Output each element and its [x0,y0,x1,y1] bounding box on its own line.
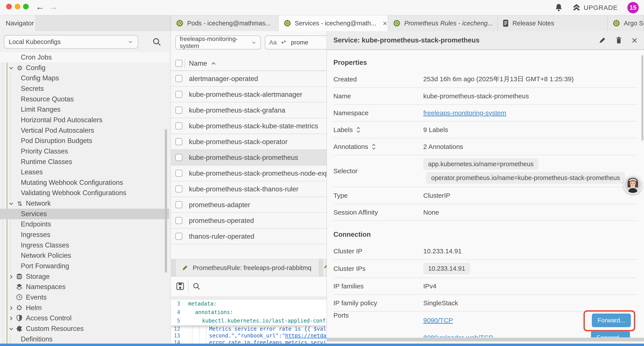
detail-scrollbar-track[interactable] [327,338,644,342]
tab-argo-se[interactable]: Argo Se [608,15,644,31]
row-checkbox[interactable] [175,185,182,193]
row-checkbox[interactable] [175,107,182,114]
sidebar-item-services[interactable]: Services [0,209,169,219]
tab-release-notes[interactable]: Release Notes [498,15,608,31]
sidebar-item-custom-resources[interactable]: Custom Resources [0,324,169,334]
sidebar-item-network-policies[interactable]: Network Policies [0,250,169,261]
sidebar-item-events[interactable]: Events [0,292,169,303]
save-icon[interactable] [176,282,184,291]
tab-prometheus-rules-icecheng[interactable]: Prometheus Rules - icecheng... [388,15,498,31]
sidebar-item-namespaces[interactable]: Namespaces [0,282,169,292]
row-checkbox[interactable] [175,217,182,224]
sidebar-item-access-control[interactable]: Access Control [0,313,169,324]
expand-collapse-icon[interactable] [356,126,360,134]
table-row[interactable]: kube-prometheus-stack-operator [171,134,326,150]
sidebar-item-validating-webhook-configurations[interactable]: Validating Webhook Configurations [0,188,169,198]
sidebar-item-priority-classes[interactable]: Priority Classes [0,146,169,157]
row-checkbox[interactable] [175,233,182,240]
upgrade-button[interactable]: UPGRADE [572,4,618,11]
resource-search-input[interactable]: Aa ▪* prome [265,35,326,49]
window-minimize-button[interactable] [15,4,20,9]
case-sensitive-toggle[interactable]: Aa [269,39,277,46]
sidebar-item-config-maps[interactable]: Config Maps [0,73,169,83]
close-icon[interactable]: × [632,36,638,45]
sidebar-item-definitions[interactable]: Definitions [0,334,169,344]
expand-collapse-icon[interactable] [372,143,376,150]
yaml-editor[interactable]: 3metadata:4annotations:5kubectl.kubernet… [171,300,326,344]
editor-tab-partial[interactable] [322,259,326,276]
chevron-right-icon[interactable] [8,305,14,311]
editor-tab[interactable]: PrometheusRule: freeleaps-prod-rabbitmq [175,259,319,276]
chevron-down-icon[interactable] [8,326,14,332]
edit-icon[interactable] [599,36,606,44]
close-tab-icon[interactable]: × [383,19,387,27]
namespace-link[interactable]: freeleaps-monitoring-system [423,109,506,116]
row-checkbox[interactable] [175,91,182,98]
sidebar-item-pod-disruption-budgets[interactable]: Pod Disruption Budgets [0,136,169,146]
kubernetes-icon [612,19,620,27]
sidebar-item-port-forwarding[interactable]: Port Forwarding [0,261,169,271]
sidebar-item-network[interactable]: ⇅Network [0,198,169,209]
table-row[interactable]: prometheus-adapter [171,197,326,213]
sidebar-item-vertical-pod-autoscalers[interactable]: Vertical Pod Autoscalers [0,125,169,136]
sidebar-item-resource-quotas[interactable]: Resource Quotas [0,94,169,104]
row-checkbox[interactable] [175,170,182,177]
port-link[interactable]: 8080:reloader-web/TCP [423,334,493,338]
detail-scrollbar[interactable] [641,55,643,141]
port-link[interactable]: 9090/TCP [423,317,453,324]
table-row[interactable]: prometheus-operated [171,213,326,229]
line-number: 14 [171,340,184,344]
sidebar-item-runtime-classes[interactable]: Runtime Classes [0,157,169,167]
navigator-tab[interactable]: Navigator [0,15,35,31]
window-close-button[interactable] [6,4,12,9]
sidebar-scrollbar[interactable] [165,129,167,273]
window-zoom-button[interactable] [23,4,29,9]
row-checkbox[interactable] [175,122,182,129]
table-row[interactable]: kube-prometheus-stack-thanos-ruler [171,181,326,197]
table-row[interactable]: kube-prometheus-stack-grafana [171,102,326,118]
name-column-header[interactable]: Name [189,59,216,67]
sidebar-item-horizontal-pod-autoscalers[interactable]: Horizontal Pod Autoscalers [0,115,169,125]
sidebar-item-secrets[interactable]: Secrets [0,83,169,94]
user-avatar[interactable] [624,175,642,194]
bell-icon[interactable] [555,3,563,12]
forward-button[interactable]: → [49,2,58,12]
chevron-down-icon[interactable] [8,65,14,71]
row-checkbox[interactable] [175,75,182,82]
forward-button[interactable]: Forward... [591,331,630,338]
sidebar-item-helm[interactable]: Helm [0,303,169,313]
table-row[interactable]: kube-prometheus-stack-kube-state-metrics [171,118,326,134]
sidebar-item-ingresses[interactable]: Ingresses [0,230,169,240]
chevron-right-icon[interactable] [8,274,14,280]
regex-toggle[interactable]: ▪* [282,39,286,46]
sidebar-item-endpoints[interactable]: Endpoints [0,219,169,230]
table-row[interactable]: kube-prometheus-stack-prometheus [171,150,326,166]
namespace-filter-dropdown[interactable]: freeleaps-monitoring-system [175,35,261,49]
tab-pods-icecheng-mathmas[interactable]: Pods - icecheng@mathmas... [171,15,278,31]
row-checkbox[interactable] [175,138,182,145]
tab-services-icecheng-math[interactable]: Services - icecheng@math...× [278,15,388,31]
row-checkbox[interactable] [175,154,182,161]
table-row[interactable]: alertmanager-operated [171,71,326,87]
chevron-down-icon[interactable] [8,200,14,207]
sidebar-item-mutating-webhook-configurations[interactable]: Mutating Webhook Configurations [0,177,169,188]
table-row[interactable]: kube-prometheus-stack-prometheus-node-ex… [171,166,326,181]
sidebar-item-limit-ranges[interactable]: Limit Ranges [0,104,169,115]
sidebar-search-icon[interactable] [152,37,162,47]
trash-icon[interactable] [615,36,622,44]
sidebar-item-ingress-classes[interactable]: Ingress Classes [0,240,169,251]
kubeconfig-selector[interactable]: Local Kubeconfigs [4,35,138,49]
sidebar-item-leases[interactable]: Leases [0,167,169,177]
notification-badge[interactable]: 15 [627,2,639,13]
editor-search-icon[interactable] [192,282,201,291]
row-checkbox[interactable] [175,201,182,208]
chevron-right-icon[interactable] [8,315,14,322]
back-button[interactable]: ← [36,2,45,12]
sidebar-item-config[interactable]: ⚙Config [0,63,169,73]
table-row[interactable]: thanos-ruler-operated [171,229,326,244]
forward-button[interactable]: Forward... [592,314,631,327]
select-all-checkbox[interactable] [175,60,182,67]
sidebar-item-cron-jobs[interactable]: Cron Jobs [0,52,169,63]
table-row[interactable]: kube-prometheus-stack-alertmanager [171,87,326,102]
sidebar-item-storage[interactable]: Storage [0,271,169,282]
